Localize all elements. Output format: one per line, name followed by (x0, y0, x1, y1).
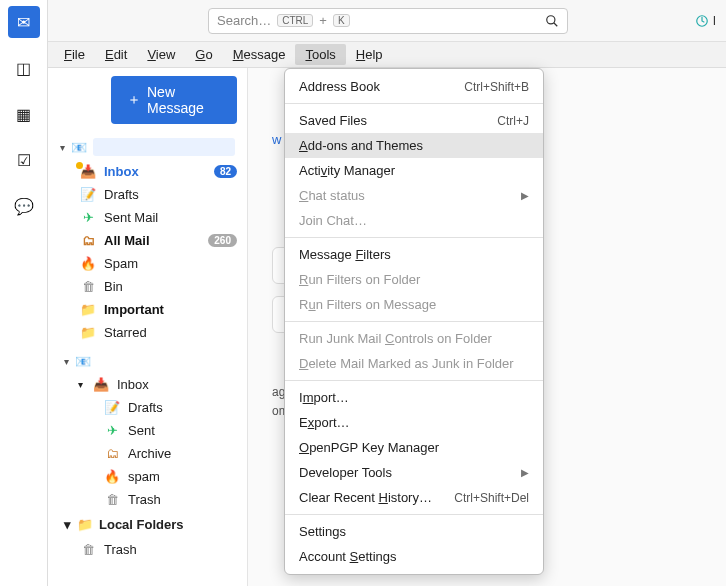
rail-tasks[interactable]: ☑ (8, 144, 40, 176)
menu-message[interactable]: Message (223, 44, 296, 65)
menu-help[interactable]: Help (346, 44, 393, 65)
folder-drafts[interactable]: 📝Drafts (52, 183, 243, 206)
folder-label: Drafts (128, 400, 163, 415)
menuitem-add-ons-and-themes[interactable]: Add-ons and Themes (285, 133, 543, 158)
search-placeholder: Search… (217, 13, 271, 28)
folder-label: spam (128, 469, 160, 484)
folder-icon: ✈ (80, 210, 96, 225)
folder-icon: 🗑 (80, 542, 96, 557)
rail-chat[interactable]: 💬 (8, 190, 40, 222)
tasks-icon: ☑ (17, 151, 31, 170)
folder-label: Trash (128, 492, 161, 507)
menuitem-developer-tools[interactable]: Developer Tools▶ (285, 460, 543, 485)
folder-label: Archive (128, 446, 171, 461)
account-2[interactable]: ▾ 📧 (52, 350, 243, 373)
folder-icon: 🗂 (80, 233, 96, 248)
folder-sent[interactable]: ✈Sent (52, 419, 243, 442)
folder-bin[interactable]: 🗑Bin (52, 275, 243, 298)
menuitem-address-book[interactable]: Address BookCtrl+Shift+B (285, 74, 543, 99)
folder-inbox[interactable]: 📥Inbox82 (52, 160, 243, 183)
chevron-down-icon: ▾ (64, 517, 71, 532)
sync-indicator[interactable]: I (695, 14, 716, 28)
menuitem-label: Add-ons and Themes (299, 138, 423, 153)
menuitem-run-filters-on-folder: Run Filters on Folder (285, 267, 543, 292)
menuitem-label: Delete Mail Marked as Junk in Folder (299, 356, 514, 371)
rail-mail[interactable]: ✉ (8, 6, 40, 38)
folder-label: Starred (104, 325, 147, 340)
menuitem-openpgp-key-manager[interactable]: OpenPGP Key Manager (285, 435, 543, 460)
folder-trash[interactable]: 🗑Trash (52, 488, 243, 511)
folder-icon: 📝 (80, 187, 96, 202)
folder-important[interactable]: 📁Important (52, 298, 243, 321)
unread-dot-icon (76, 162, 83, 169)
sync-icon (695, 14, 709, 28)
menuitem-label: Settings (299, 524, 346, 539)
menuitem-label: Chat status (299, 188, 365, 203)
menuitem-message-filters[interactable]: Message Filters (285, 242, 543, 267)
folder-label: Inbox (117, 377, 149, 392)
folder-icon: 📝 (104, 400, 120, 415)
account-name (93, 138, 235, 156)
menuitem-activity-manager[interactable]: Activity Manager (285, 158, 543, 183)
rail-addressbook[interactable]: ◫ (8, 52, 40, 84)
plus-icon: ＋ (127, 91, 141, 109)
chevron-down-icon: ▾ (60, 142, 65, 153)
folder-icon: 📁 (80, 302, 96, 317)
menuitem-export[interactable]: Export… (285, 410, 543, 435)
folder-icon: 📥 (93, 377, 109, 392)
folder-starred[interactable]: 📁Starred (52, 321, 243, 344)
folder-icon: 📁 (77, 517, 93, 532)
menu-view[interactable]: View (137, 44, 185, 65)
count-badge: 260 (208, 234, 237, 247)
folder-all-mail[interactable]: 🗂All Mail260 (52, 229, 243, 252)
chevron-down-icon: ▾ (78, 379, 83, 390)
menuitem-run-filters-on-message: Run Filters on Message (285, 292, 543, 317)
folder-trash[interactable]: 🗑Trash (52, 538, 243, 561)
account-icon: 📧 (71, 140, 87, 155)
menuitem-settings[interactable]: Settings (285, 519, 543, 544)
menu-edit[interactable]: Edit (95, 44, 137, 65)
menuitem-account-settings[interactable]: Account Settings (285, 544, 543, 569)
folder-sent-mail[interactable]: ✈Sent Mail (52, 206, 243, 229)
tools-menu-popup: Address BookCtrl+Shift+BSaved FilesCtrl+… (284, 68, 544, 575)
menuitem-clear-recent-history[interactable]: Clear Recent History…Ctrl+Shift+Del (285, 485, 543, 510)
addressbook-icon: ◫ (16, 59, 31, 78)
menuitem-import[interactable]: Import… (285, 385, 543, 410)
folder-archive[interactable]: 🗂Archive (52, 442, 243, 465)
menu-file[interactable]: File (54, 44, 95, 65)
folder-tree: ⟳ ＋ New Message ▾ 📧 📥Inbox82📝Drafts✈Sent… (48, 68, 248, 586)
folder-spam[interactable]: 🔥spam (52, 465, 243, 488)
menuitem-label: Clear Recent History… (299, 490, 432, 505)
folder-label: Inbox (104, 164, 139, 179)
shortcut: Ctrl+Shift+B (464, 80, 529, 94)
local-folders[interactable]: ▾ 📁 Local Folders (52, 511, 243, 538)
folder-icon: 🔥 (104, 469, 120, 484)
new-message-label: New Message (147, 84, 221, 116)
folder-icon: 🗑 (104, 492, 120, 507)
folder-inbox[interactable]: ▾📥Inbox (52, 373, 243, 396)
folder-label: Spam (104, 256, 138, 271)
menu-go[interactable]: Go (185, 44, 222, 65)
kbd-k: K (333, 14, 350, 27)
svg-point-0 (547, 15, 555, 23)
folder-drafts[interactable]: 📝Drafts (52, 396, 243, 419)
account-1[interactable]: ▾ 📧 (52, 134, 243, 160)
folder-label: Sent Mail (104, 210, 158, 225)
kbd-ctrl: CTRL (277, 14, 313, 27)
menuitem-saved-files[interactable]: Saved FilesCtrl+J (285, 108, 543, 133)
menuitem-label: Address Book (299, 79, 380, 94)
menuitem-chat-status: Chat status▶ (285, 183, 543, 208)
menu-tools[interactable]: Tools (295, 44, 345, 65)
new-message-button[interactable]: ＋ New Message (111, 76, 237, 124)
folder-label: Drafts (104, 187, 139, 202)
folder-spam[interactable]: 🔥Spam (52, 252, 243, 275)
search-input[interactable]: Search… CTRL + K (208, 8, 568, 34)
search-icon (545, 14, 559, 28)
rail-calendar[interactable]: ▦ (8, 98, 40, 130)
sync-label: I (713, 14, 716, 28)
calendar-icon: ▦ (16, 105, 31, 124)
shortcut: Ctrl+J (497, 114, 529, 128)
menuitem-label: Message Filters (299, 247, 391, 262)
folder-label: Important (104, 302, 164, 317)
menuitem-label: Run Filters on Message (299, 297, 436, 312)
